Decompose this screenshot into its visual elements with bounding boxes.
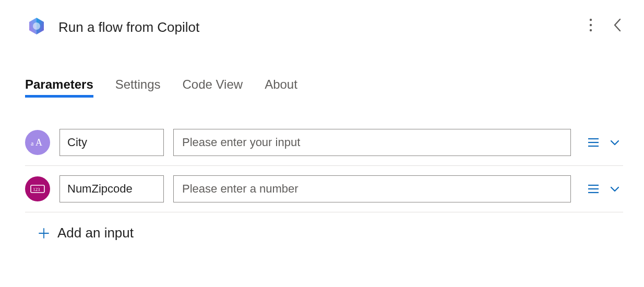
- input-row: a A: [25, 119, 623, 166]
- trigger-panel: Run a flow from Copilot Parameters Setti…: [0, 0, 644, 287]
- tab-about[interactable]: About: [265, 74, 297, 98]
- header-actions: [586, 15, 625, 35]
- input-row: 123: [25, 166, 623, 212]
- add-input-label: Add an input: [57, 225, 134, 241]
- row-actions: [585, 181, 623, 197]
- tab-parameters[interactable]: Parameters: [25, 74, 93, 98]
- svg-text:a: a: [31, 140, 34, 147]
- chevron-left-icon: [613, 18, 622, 32]
- svg-point-3: [590, 29, 592, 31]
- add-input-button[interactable]: Add an input: [25, 225, 623, 241]
- input-name-field[interactable]: [59, 129, 164, 156]
- svg-point-2: [590, 24, 592, 26]
- collapse-panel-button[interactable]: [610, 15, 625, 35]
- tab-settings[interactable]: Settings: [115, 74, 161, 98]
- panel-header: Run a flow from Copilot: [25, 13, 623, 42]
- more-vertical-icon: [589, 18, 593, 32]
- plus-icon: [38, 227, 50, 240]
- tab-bar: Parameters Settings Code View About: [25, 74, 623, 98]
- format-options-button[interactable]: [585, 135, 602, 150]
- list-icon: [588, 138, 599, 147]
- text-type-icon: a A: [25, 130, 50, 155]
- tab-code-view[interactable]: Code View: [182, 74, 243, 98]
- input-parameters: a A: [25, 119, 623, 212]
- input-value-field[interactable]: [173, 175, 571, 202]
- list-icon: [588, 184, 599, 194]
- chevron-down-icon: [610, 185, 620, 193]
- row-actions: [585, 135, 623, 150]
- svg-text:123: 123: [33, 187, 40, 192]
- svg-point-1: [590, 19, 592, 21]
- chevron-down-icon: [610, 139, 620, 146]
- input-name-field[interactable]: [59, 175, 164, 202]
- svg-text:A: A: [35, 137, 42, 148]
- more-options-button[interactable]: [586, 15, 596, 35]
- expand-options-button[interactable]: [606, 182, 623, 196]
- format-options-button[interactable]: [585, 181, 602, 197]
- panel-title: Run a flow from Copilot: [58, 19, 199, 35]
- svg-point-0: [33, 22, 40, 30]
- expand-options-button[interactable]: [606, 136, 623, 149]
- input-value-field[interactable]: [173, 129, 571, 156]
- copilot-logo-icon: [25, 16, 48, 39]
- number-type-icon: 123: [25, 176, 50, 201]
